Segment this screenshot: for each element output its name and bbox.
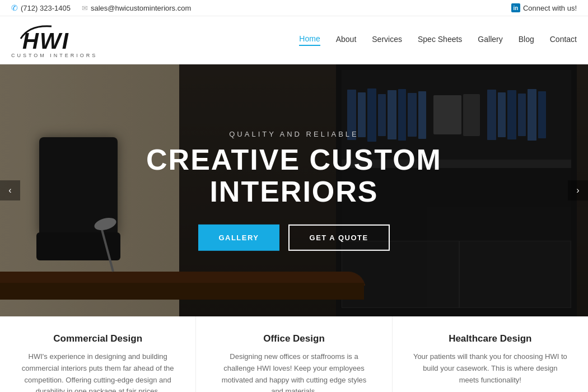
email-icon: ✉: [82, 4, 88, 12]
nav-blog[interactable]: Blog: [519, 35, 534, 45]
cards-section: Commercial Design HWI's experience in de…: [0, 316, 588, 392]
hero-subtitle: QUALITY AND RELIABLE: [98, 130, 490, 138]
card-office-text: Designing new offices or staffrooms is a…: [216, 351, 371, 392]
hero-section: ‹ › QUALITY AND RELIABLE CREATIVE CUSTOM…: [0, 64, 588, 316]
linkedin-text: Connect with us!: [523, 4, 577, 12]
email-address: sales@hwicustominteriors.com: [91, 4, 191, 12]
card-healthcare: Healthcare Design Your patients will tha…: [393, 316, 588, 392]
logo-svg: HWI: [18, 22, 91, 53]
nav-about[interactable]: About: [336, 35, 357, 45]
nav-gallery[interactable]: Gallery: [478, 35, 502, 45]
card-healthcare-text: Your patients will thank you for choosin…: [413, 351, 568, 386]
linkedin-icon: in: [511, 3, 520, 12]
nav-contact[interactable]: Contact: [550, 35, 577, 45]
card-office-title: Office Design: [216, 333, 371, 344]
hero-next-button[interactable]: ›: [568, 180, 588, 200]
nav-spec-sheets[interactable]: Spec Sheets: [418, 35, 462, 45]
card-office: Office Design Designing new offices or s…: [196, 316, 392, 392]
hero-prev-button[interactable]: ‹: [0, 180, 20, 200]
phone-number: (712) 323-1405: [21, 4, 71, 12]
nav-services[interactable]: Services: [372, 35, 402, 45]
hero-buttons: GALLERY GET A QUOTE: [98, 225, 490, 251]
card-commercial: Commercial Design HWI's experience in de…: [0, 316, 196, 392]
logo[interactable]: HWI CUSTOM INTERIORS: [11, 22, 97, 58]
card-commercial-text: HWI's experience in designing and buildi…: [20, 351, 175, 392]
top-bar-right[interactable]: in Connect with us!: [511, 3, 577, 12]
card-healthcare-title: Healthcare Design: [413, 333, 568, 344]
header: HWI CUSTOM INTERIORS Home About Services…: [0, 16, 588, 64]
gallery-button[interactable]: GALLERY: [198, 225, 279, 251]
top-bar-left: ✆ (712) 323-1405 ✉ sales@hwicustominteri…: [11, 3, 191, 12]
email-item: ✉ sales@hwicustominteriors.com: [82, 4, 191, 12]
quote-button[interactable]: GET A QUOTE: [288, 225, 390, 251]
top-bar: ✆ (712) 323-1405 ✉ sales@hwicustominteri…: [0, 0, 588, 16]
hero-title: CREATIVE CUSTOM INTERIORS: [98, 144, 490, 208]
nav-home[interactable]: Home: [299, 34, 320, 46]
main-nav: Home About Services Spec Sheets Gallery …: [299, 34, 577, 46]
svg-text:HWI: HWI: [22, 29, 69, 53]
logo-subtitle: CUSTOM INTERIORS: [11, 53, 97, 58]
hero-content: QUALITY AND RELIABLE CREATIVE CUSTOM INT…: [98, 130, 490, 251]
phone-item: ✆ (712) 323-1405: [11, 3, 71, 12]
phone-icon: ✆: [11, 3, 18, 12]
card-commercial-title: Commercial Design: [20, 333, 175, 344]
